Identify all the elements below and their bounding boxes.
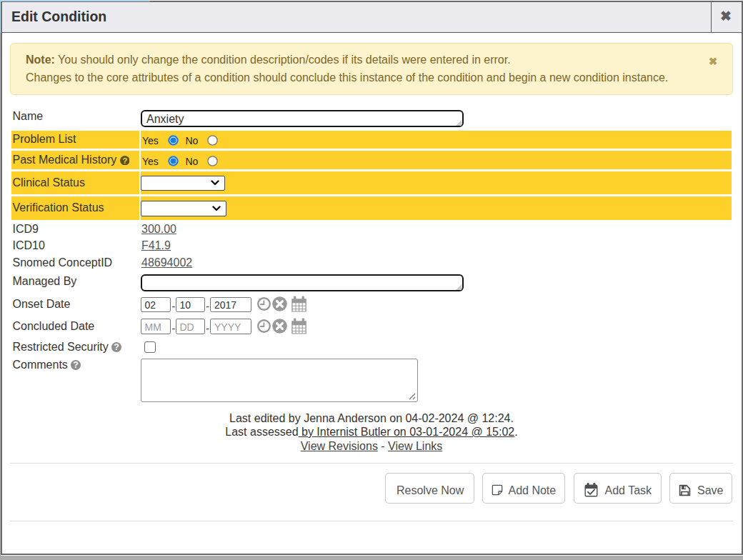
svg-text:?: ? — [74, 360, 79, 370]
svg-text:?: ? — [114, 342, 119, 352]
svg-text:?: ? — [122, 156, 127, 166]
